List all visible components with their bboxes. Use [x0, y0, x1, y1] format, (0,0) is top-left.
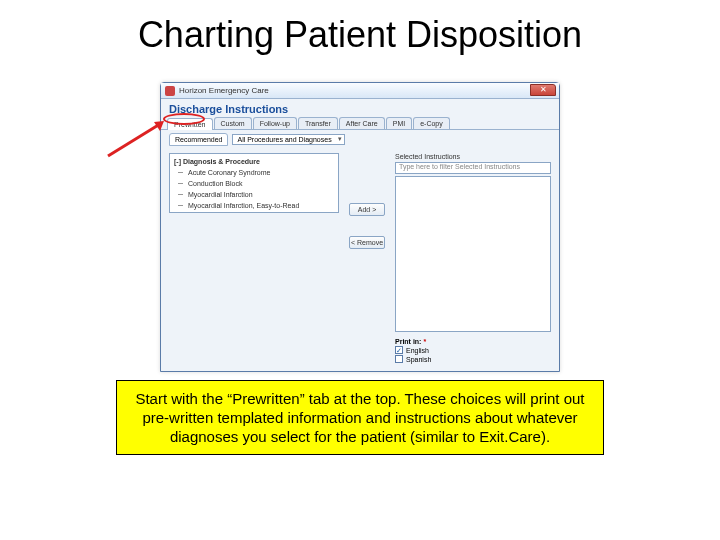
lang-label: Spanish [406, 356, 431, 363]
main-area: [-] Diagnosis & Procedure Acute Coronary… [161, 149, 559, 367]
tree-item[interactable]: Myocardial Infarction, Easy-to-Read [174, 200, 334, 211]
selected-label: Selected Instructions [395, 153, 551, 160]
tree-item[interactable]: Myocardial Infarction [174, 189, 334, 200]
tree-root-label: Diagnosis & Procedure [183, 158, 260, 165]
caption: Start with the “Prewritten” tab at the t… [116, 380, 604, 455]
remove-button[interactable]: < Remove [349, 236, 385, 249]
right-column: Selected Instructions Type here to filte… [395, 153, 551, 363]
lang-label: English [406, 347, 429, 354]
category-dropdown[interactable]: All Procedures and Diagnoses [232, 134, 344, 145]
print-in-section: Print in: * ✓ English Spanish [395, 338, 551, 363]
diagnosis-tree[interactable]: [-] Diagnosis & Procedure Acute Coronary… [169, 153, 339, 213]
tab-transfer[interactable]: Transfer [298, 117, 338, 129]
app-title: Horizon Emergency Care [179, 86, 269, 95]
tree-item[interactable]: Conduction Block [174, 178, 334, 189]
svg-line-0 [108, 124, 160, 156]
section-heading: Discharge Instructions [161, 99, 559, 117]
lang-english-row[interactable]: ✓ English [395, 346, 551, 354]
tab-prewritten[interactable]: Prewritten [167, 118, 213, 130]
collapse-icon[interactable]: [-] [174, 158, 181, 165]
app-window: Horizon Emergency Care ✕ Discharge Instr… [160, 82, 560, 372]
print-in-label: Print in: * [395, 338, 426, 345]
transfer-buttons: Add > < Remove [347, 153, 387, 363]
tab-ecopy[interactable]: e-Copy [413, 117, 450, 129]
tab-custom[interactable]: Custom [214, 117, 252, 129]
add-button[interactable]: Add > [349, 203, 385, 216]
slide-title: Charting Patient Disposition [0, 14, 720, 56]
app-icon [165, 86, 175, 96]
close-button[interactable]: ✕ [530, 84, 556, 96]
tab-pmi[interactable]: PMI [386, 117, 412, 129]
titlebar: Horizon Emergency Care ✕ [161, 83, 559, 99]
filter-row: Recommended All Procedures and Diagnoses [161, 130, 559, 149]
selected-list[interactable] [395, 176, 551, 332]
subtab-recommended[interactable]: Recommended [169, 133, 228, 146]
filter-input[interactable]: Type here to filter Selected Instruction… [395, 162, 551, 174]
checkbox-checked-icon[interactable]: ✓ [395, 346, 403, 354]
lang-spanish-row[interactable]: Spanish [395, 355, 551, 363]
checkbox-icon[interactable] [395, 355, 403, 363]
tab-followup[interactable]: Follow-up [253, 117, 297, 129]
tab-row: Prewritten Custom Follow-up Transfer Aft… [161, 117, 559, 130]
tree-item[interactable]: Acute Coronary Syndrome [174, 167, 334, 178]
tree-root[interactable]: [-] Diagnosis & Procedure [174, 156, 334, 167]
required-asterisk: * [423, 338, 426, 345]
tab-aftercare[interactable]: After Care [339, 117, 385, 129]
left-column: [-] Diagnosis & Procedure Acute Coronary… [169, 153, 339, 363]
